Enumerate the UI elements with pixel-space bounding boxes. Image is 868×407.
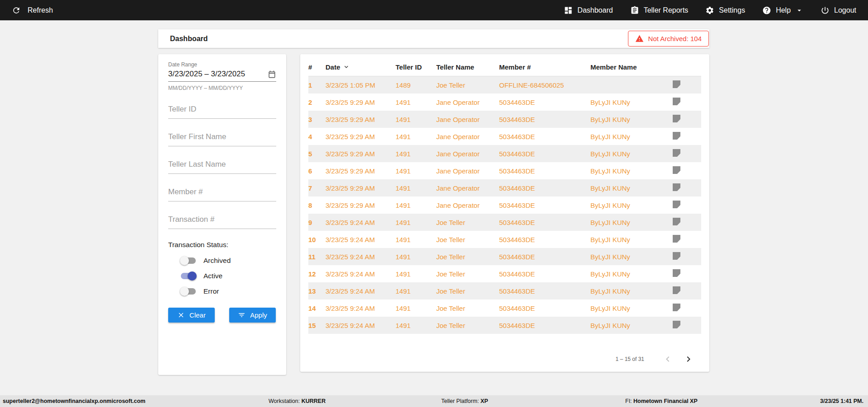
row-teller-name: Jane Operator xyxy=(436,184,499,192)
nav-dashboard-label: Dashboard xyxy=(577,6,613,14)
table-row[interactable]: 7 3/23/25 9:29 AM 1491 Jane Operator 503… xyxy=(308,179,701,196)
note-icon[interactable] xyxy=(673,132,680,140)
note-icon[interactable] xyxy=(673,149,680,157)
teller-first-name-input[interactable] xyxy=(168,130,276,146)
row-actions xyxy=(673,183,701,192)
table-row[interactable]: 11 3/23/25 9:24 AM 1491 Joe Teller 50344… xyxy=(308,248,701,265)
row-date: 3/23/25 9:24 AM xyxy=(326,287,396,295)
transaction-number-input[interactable] xyxy=(168,212,276,229)
row-member-number: 5034463DE xyxy=(499,270,590,278)
note-icon[interactable] xyxy=(673,269,680,277)
table-row[interactable]: 13 3/23/25 9:24 AM 1491 Joe Teller 50344… xyxy=(308,282,701,299)
date-range-input[interactable] xyxy=(168,70,268,79)
row-teller-id: 1491 xyxy=(396,98,436,106)
toggle-switch[interactable] xyxy=(180,287,197,296)
next-page-button[interactable] xyxy=(683,354,694,365)
toggle-switch[interactable] xyxy=(180,256,197,265)
table-row[interactable]: 12 3/23/25 9:24 AM 1491 Joe Teller 50344… xyxy=(308,265,701,282)
note-icon[interactable] xyxy=(673,115,680,122)
toggle-switch[interactable] xyxy=(180,271,197,281)
row-number: 5 xyxy=(308,150,326,158)
note-icon[interactable] xyxy=(673,252,680,260)
note-icon[interactable] xyxy=(673,321,680,328)
table-row[interactable]: 9 3/23/25 9:24 AM 1491 Joe Teller 503446… xyxy=(308,214,701,231)
clear-button[interactable]: Clear xyxy=(168,308,215,323)
nav-teller-reports-label: Teller Reports xyxy=(644,6,689,14)
row-teller-name: Joe Teller xyxy=(436,253,499,261)
table-row[interactable]: 10 3/23/25 9:24 AM 1491 Joe Teller 50344… xyxy=(308,231,701,248)
nav-help[interactable]: Help xyxy=(762,6,803,15)
not-archived-badge[interactable]: Not Archived: 104 xyxy=(628,31,709,47)
top-navbar: Refresh Dashboard Teller Reports Setting… xyxy=(0,0,868,20)
date-range-label: Date Range xyxy=(168,61,276,68)
note-icon[interactable] xyxy=(673,183,680,191)
nav-teller-reports[interactable]: Teller Reports xyxy=(630,6,689,15)
row-teller-id: 1491 xyxy=(396,322,436,329)
row-teller-id: 1491 xyxy=(396,270,436,278)
table-row[interactable]: 5 3/23/25 9:29 AM 1491 Jane Operator 503… xyxy=(308,145,701,162)
note-icon[interactable] xyxy=(673,218,680,225)
table-row[interactable]: 14 3/23/25 9:24 AM 1491 Joe Teller 50344… xyxy=(308,299,701,317)
toggle-label: Archived xyxy=(203,257,231,265)
teller-last-name-input[interactable] xyxy=(168,157,276,174)
toggle-label: Active xyxy=(203,272,222,280)
row-actions xyxy=(673,98,701,107)
nav-settings[interactable]: Settings xyxy=(705,6,745,15)
chevron-down-icon xyxy=(795,6,803,14)
status-toggle-row: Archived xyxy=(180,256,276,265)
note-icon[interactable] xyxy=(673,286,680,294)
refresh-button[interactable]: Refresh xyxy=(12,6,53,15)
col-date-sort[interactable]: Date xyxy=(326,63,396,71)
table-row[interactable]: 3 3/23/25 9:29 AM 1491 Jane Operator 503… xyxy=(308,111,701,128)
apply-button[interactable]: Apply xyxy=(229,308,276,323)
table-row[interactable]: 1 3/23/25 1:05 PM 1489 Joe Teller OFFLIN… xyxy=(308,76,701,94)
page-title: Dashboard xyxy=(170,35,208,43)
note-icon[interactable] xyxy=(673,98,680,105)
note-icon[interactable] xyxy=(673,80,680,88)
table-row[interactable]: 2 3/23/25 9:29 AM 1491 Jane Operator 503… xyxy=(308,94,701,111)
note-icon[interactable] xyxy=(673,166,680,174)
nav-logout[interactable]: Logout xyxy=(821,6,856,15)
note-icon[interactable] xyxy=(673,235,680,243)
not-archived-label: Not Archived: 104 xyxy=(648,35,702,42)
workstation-label: Workstation: xyxy=(269,398,300,404)
member-number-input[interactable] xyxy=(168,185,276,201)
dashboard-grid-icon xyxy=(564,6,573,15)
table-row[interactable]: 15 3/23/25 9:24 AM 1491 Joe Teller 50344… xyxy=(308,317,701,334)
workstation-info: Workstation: KURRER xyxy=(269,398,326,404)
row-date: 3/23/25 9:24 AM xyxy=(326,304,396,312)
note-icon[interactable] xyxy=(673,304,680,311)
toggle-label: Error xyxy=(203,287,219,295)
filter-lines-icon xyxy=(238,311,245,319)
row-member-number: 5034463DE xyxy=(499,236,590,243)
refresh-label: Refresh xyxy=(28,6,53,14)
row-number: 13 xyxy=(308,287,326,295)
calendar-icon[interactable] xyxy=(268,70,276,79)
row-member-name: ByLyJI KUNy xyxy=(590,304,673,312)
row-actions xyxy=(673,252,701,261)
table-row[interactable]: 8 3/23/25 9:29 AM 1491 Jane Operator 503… xyxy=(308,196,701,214)
teller-id-input[interactable] xyxy=(168,102,276,119)
row-number: 10 xyxy=(308,236,326,243)
note-icon[interactable] xyxy=(673,201,680,208)
table-row[interactable]: 6 3/23/25 9:29 AM 1491 Jane Operator 503… xyxy=(308,162,701,179)
row-member-number: 5034463DE xyxy=(499,304,590,312)
row-date: 3/23/25 9:24 AM xyxy=(326,322,396,329)
current-datetime: 3/23/25 1:41 PM. xyxy=(820,398,863,404)
row-member-name: ByLyJI KUNy xyxy=(590,116,673,123)
row-teller-id: 1491 xyxy=(396,133,436,140)
row-date: 3/23/25 9:24 AM xyxy=(326,219,396,226)
nav-help-label: Help xyxy=(776,6,791,14)
row-date: 3/23/25 9:29 AM xyxy=(326,201,396,209)
gear-icon xyxy=(705,6,714,15)
row-member-number: 5034463DE xyxy=(499,253,590,261)
row-actions xyxy=(673,149,701,158)
nav-dashboard[interactable]: Dashboard xyxy=(564,6,613,15)
warning-triangle-icon xyxy=(635,34,644,43)
row-teller-name: Jane Operator xyxy=(436,150,499,158)
prev-page-button[interactable] xyxy=(662,354,673,365)
row-teller-id: 1491 xyxy=(396,253,436,261)
nav-menu: Dashboard Teller Reports Settings Help L… xyxy=(564,6,856,15)
table-row[interactable]: 4 3/23/25 9:29 AM 1491 Jane Operator 503… xyxy=(308,128,701,145)
row-member-name: ByLyJI KUNy xyxy=(590,133,673,140)
